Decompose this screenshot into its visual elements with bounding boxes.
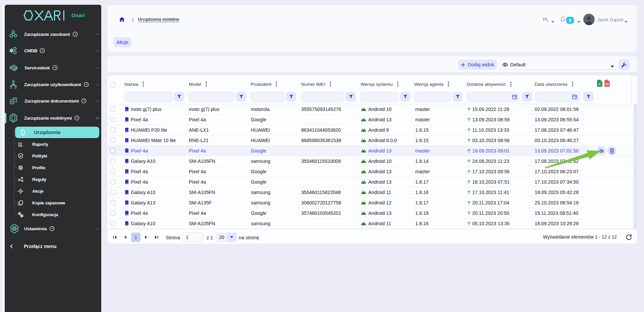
- svg-text:x: x: [599, 82, 600, 86]
- svg-text:PDF: PDF: [605, 83, 609, 85]
